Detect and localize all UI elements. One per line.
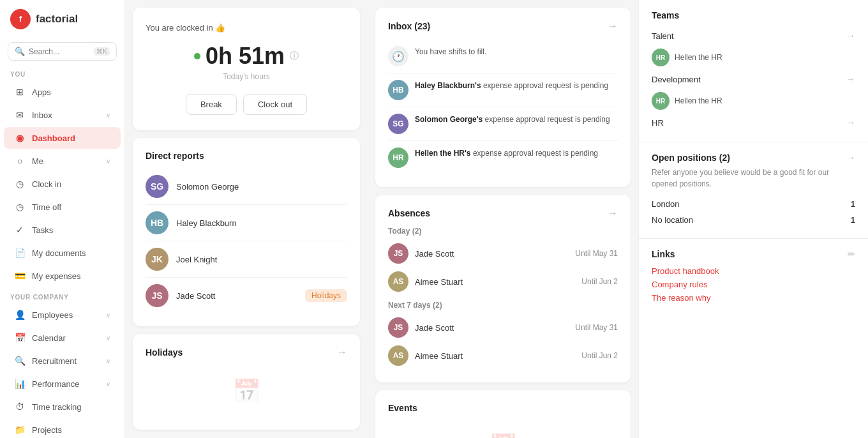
chevron-down-icon: ∨ xyxy=(106,358,110,365)
list-item: 🕐 You have shifts to fill. xyxy=(388,40,618,73)
arrow-icon[interactable]: → xyxy=(337,347,347,358)
info-icon[interactable]: ⓘ xyxy=(290,50,299,62)
time-off-icon: ◷ xyxy=(14,201,26,213)
absence-date: Until May 31 xyxy=(575,323,618,332)
inbox-list: 🕐 You have shifts to fill. HB Haley Blac… xyxy=(388,40,618,174)
sidebar-item-tasks[interactable]: ✓ Tasks xyxy=(4,219,121,241)
sidebar-item-label: Apps xyxy=(32,87,110,97)
clock-emoji: 👍 xyxy=(215,23,225,33)
sidebar-item-my-expenses[interactable]: 💳 My expenses xyxy=(4,265,121,287)
sidebar-item-apps[interactable]: ⊞ Apps xyxy=(4,81,121,103)
sidebar-item-employees[interactable]: 👤 Employees ∨ xyxy=(4,304,121,326)
employee-name: Jade Scott xyxy=(176,291,297,301)
search-shortcut: ⌘K xyxy=(94,47,110,56)
sidebar-item-time-off[interactable]: ◷ Time off xyxy=(4,196,121,218)
avatar: HR xyxy=(388,147,408,168)
avatar: JS xyxy=(388,243,408,264)
table-row: JK Joel Knight xyxy=(146,241,347,278)
inbox-message: Hellen the HR's expense approval request… xyxy=(415,147,598,159)
table-row: SG Solomon George xyxy=(146,169,347,205)
sidebar-item-label: Recruitment xyxy=(32,356,100,366)
team-item[interactable]: Talent → xyxy=(652,27,855,45)
sidebar-item-label: Clock in xyxy=(32,179,110,189)
employee-name: Solomon George xyxy=(176,182,347,192)
link-item[interactable]: Company rules xyxy=(652,278,855,291)
arrow-icon[interactable]: → xyxy=(846,153,855,163)
direct-reports-title: Direct reports xyxy=(146,151,204,161)
left-column: You are clocked in 👍 0h 51m ⓘ Today's ho… xyxy=(125,0,368,438)
avatar: SG xyxy=(146,175,168,198)
sidebar-item-label: Dashboard xyxy=(32,133,110,143)
chevron-down-icon: ∨ xyxy=(106,112,110,119)
absence-today-label: Today (2) xyxy=(388,227,618,236)
sidebar: f factorial 🔍 ⌘K YOU ⊞ Apps ✉ Inbox ∨ ◉ … xyxy=(0,0,125,438)
avatar: HR xyxy=(652,92,670,110)
apps-icon: ⊞ xyxy=(14,86,26,98)
team-name: Development xyxy=(652,75,846,84)
arrow-icon[interactable]: → xyxy=(608,20,618,32)
arrow-icon: → xyxy=(846,31,855,41)
sidebar-item-me[interactable]: ○ Me ∨ xyxy=(4,150,121,172)
direct-reports-list: SG Solomon George HB Haley Blackburn JK … xyxy=(146,169,347,313)
team-hr: HR → xyxy=(652,114,855,132)
card-header: Direct reports xyxy=(146,151,347,161)
calendar-icon: 📅 xyxy=(232,378,261,405)
inbox-message: Haley Blackburn's expense approval reque… xyxy=(415,80,608,91)
sidebar-item-label: Performance xyxy=(32,379,100,389)
teams-list: Talent → HR Hellen the HR Development → … xyxy=(652,27,855,132)
events-title: Events xyxy=(388,403,417,413)
search-box[interactable]: 🔍 ⌘K xyxy=(8,42,117,61)
sidebar-item-label: My expenses xyxy=(32,271,110,281)
sidebar-item-label: My documents xyxy=(32,248,110,258)
absence-date: Until Jun 2 xyxy=(581,277,618,286)
team-item[interactable]: HR → xyxy=(652,114,855,132)
sidebar-item-label: Time off xyxy=(32,202,110,212)
shift-icon: 🕐 xyxy=(388,46,408,66)
clock-status: You are clocked in 👍 xyxy=(146,23,347,33)
arrow-icon[interactable]: → xyxy=(608,208,618,219)
list-item: HR Hellen the HR's expense approval requ… xyxy=(388,141,618,174)
tasks-icon: ✓ xyxy=(14,224,26,236)
list-item: AS Aimee Stuart Until Jun 2 xyxy=(388,268,618,296)
performance-icon: 📊 xyxy=(14,378,26,389)
absence-next-label: Next 7 days (2) xyxy=(388,301,618,310)
avatar: HB xyxy=(146,211,168,234)
clock-in-icon: ◷ xyxy=(14,178,26,190)
edit-icon[interactable]: ✏ xyxy=(848,249,855,259)
link-item[interactable]: Product handbook xyxy=(652,264,855,278)
absence-date: Until Jun 2 xyxy=(581,351,618,360)
sidebar-item-projects[interactable]: 📁 Projects xyxy=(4,419,121,438)
clock-out-button[interactable]: Clock out xyxy=(243,94,307,115)
sidebar-item-inbox[interactable]: ✉ Inbox ∨ xyxy=(4,104,121,126)
teams-section: Teams Talent → HR Hellen the HR Developm… xyxy=(639,0,868,142)
list-item: London 1 xyxy=(652,196,855,212)
sidebar-item-calendar[interactable]: 📅 Calendar ∨ xyxy=(4,327,121,349)
sidebar-item-time-tracking[interactable]: ⏱ Time tracking xyxy=(4,396,121,418)
sidebar-item-dashboard[interactable]: ◉ Dashboard xyxy=(4,127,121,149)
me-icon: ○ xyxy=(14,155,26,167)
holidays-title: Holidays xyxy=(146,347,183,358)
avatar: AS xyxy=(388,271,408,292)
team-item[interactable]: Development → xyxy=(652,70,855,88)
sidebar-item-my-documents[interactable]: 📄 My documents xyxy=(4,242,121,264)
member-name: Hellen the HR xyxy=(675,53,722,62)
employee-name: Jade Scott xyxy=(415,323,569,333)
list-item: HB Haley Blackburn's expense approval re… xyxy=(388,73,618,107)
sidebar-item-recruitment[interactable]: 🔍 Recruitment ∨ xyxy=(4,350,121,372)
clock-status-text: You are clocked in xyxy=(146,23,213,33)
calendar-icon: 📅 xyxy=(489,433,518,438)
break-button[interactable]: Break xyxy=(186,94,237,115)
search-input[interactable] xyxy=(29,47,90,56)
card-header: Events xyxy=(388,403,618,413)
sidebar-item-performance[interactable]: 📊 Performance ∨ xyxy=(4,373,121,395)
projects-icon: 📁 xyxy=(14,424,26,435)
links-header: Links ✏ xyxy=(652,249,855,259)
links-section: Links ✏ Product handbook Company rules T… xyxy=(639,239,868,315)
link-item[interactable]: The reason why xyxy=(652,291,855,305)
employee-name: Haley Blackburn xyxy=(176,218,347,228)
section-company-label: YOUR COMPANY xyxy=(0,287,124,303)
employees-icon: 👤 xyxy=(14,309,26,321)
dashboard-icon: ◉ xyxy=(14,132,26,144)
inbox-card: Inbox (23) → 🕐 You have shifts to fill. … xyxy=(375,8,631,187)
sidebar-item-clock-in[interactable]: ◷ Clock in xyxy=(4,173,121,195)
